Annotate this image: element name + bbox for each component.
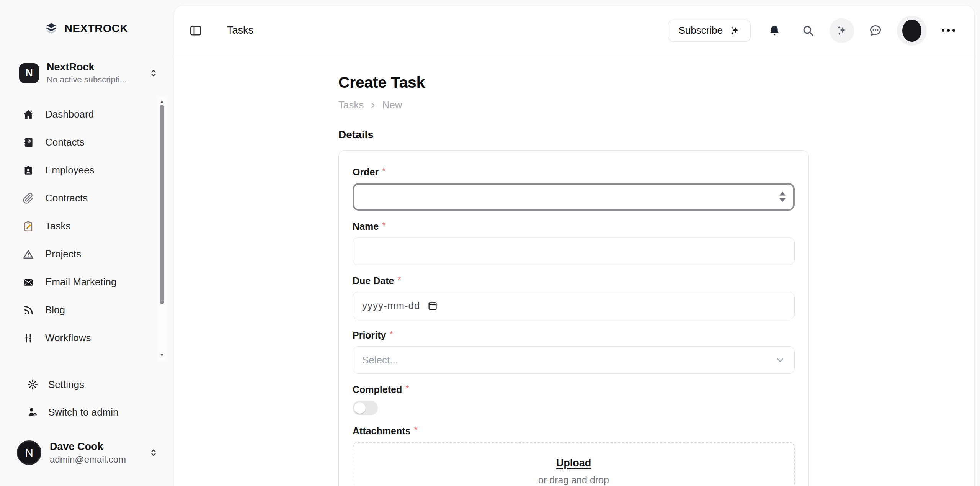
name-input[interactable]	[353, 237, 795, 265]
user-email: admin@email.com	[50, 454, 140, 465]
breadcrumb-new: New	[382, 99, 402, 111]
sidebar-item-email-marketing[interactable]: Email Marketing	[0, 268, 158, 296]
workspace-switcher[interactable]: N NextRock No active subscripti...	[19, 61, 158, 85]
workspace-avatar: N	[19, 63, 39, 83]
ai-sparkles-icon[interactable]	[830, 18, 854, 43]
required-asterisk: *	[397, 275, 401, 285]
user-gear-icon	[27, 406, 38, 418]
number-spinner[interactable]	[779, 192, 786, 202]
main-panel: Tasks Subscribe	[174, 5, 975, 486]
sidebar-item-employees[interactable]: Employees	[0, 156, 158, 184]
brand-name: NEXTROCK	[64, 22, 128, 35]
sidebar-item-label: Contacts	[45, 136, 85, 148]
chat-icon[interactable]	[863, 18, 888, 43]
sidebar-item-dashboard[interactable]: Dashboard	[0, 100, 158, 128]
sidebar-item-contacts[interactable]: Contacts	[0, 128, 158, 156]
sidebar-item-blog[interactable]: Blog	[0, 296, 158, 324]
sidebar: NEXTROCK N NextRock No active subscripti…	[0, 0, 174, 486]
upload-hint: or drag and drop	[538, 475, 609, 486]
required-asterisk: *	[382, 220, 385, 231]
required-asterisk: *	[390, 329, 393, 340]
sidebar-item-workflows[interactable]: Workflows	[0, 324, 158, 352]
required-asterisk: *	[414, 425, 417, 435]
details-form-card: Order * Name *	[338, 150, 809, 486]
sidebar-toggle-icon[interactable]	[188, 23, 203, 38]
sidebar-item-label: Employees	[45, 164, 95, 176]
sidebar-item-label: Contracts	[45, 192, 88, 204]
sidebar-item-label: Projects	[45, 248, 81, 260]
sidebar-item-switch-to-admin[interactable]: Switch to admin	[0, 398, 174, 426]
sidebar-item-label: Blog	[45, 304, 65, 316]
topbar: Tasks Subscribe	[174, 5, 974, 56]
breadcrumb-tasks[interactable]: Tasks	[338, 99, 364, 111]
name-label: Name	[353, 221, 379, 232]
rss-icon	[22, 304, 34, 316]
sidebar-item-label: Email Marketing	[45, 276, 116, 288]
sidebar-item-label: Dashboard	[45, 108, 94, 120]
completed-label: Completed	[353, 384, 402, 395]
sidebar-item-label: Settings	[48, 379, 84, 391]
toggle-knob	[354, 402, 366, 414]
subscribe-label: Subscribe	[678, 25, 723, 36]
chevron-updown-icon	[149, 68, 158, 78]
field-attachments: Attachments * Upload or drag and drop	[353, 425, 795, 486]
priority-label: Priority	[353, 330, 386, 341]
id-badge-icon	[22, 164, 34, 177]
envelope-icon	[22, 276, 34, 288]
avatar-silhouette	[902, 20, 921, 42]
header-avatar[interactable]	[897, 16, 927, 46]
select-placeholder: Select...	[362, 354, 398, 366]
workspace-subscription-status: No active subscripti...	[47, 75, 141, 85]
order-input[interactable]	[353, 183, 795, 211]
sidebar-item-tasks[interactable]: Tasks	[0, 212, 158, 240]
paperclip-icon	[22, 192, 34, 205]
scrollbar-thumb[interactable]	[160, 105, 164, 304]
brand-logo: NEXTROCK	[44, 21, 128, 35]
priority-select[interactable]: Select...	[353, 346, 795, 374]
search-icon[interactable]	[796, 18, 820, 43]
sparkles-icon	[729, 25, 740, 36]
user-menu[interactable]: N Dave Cook admin@email.com	[17, 440, 158, 465]
notifications-bell-icon[interactable]	[762, 18, 787, 43]
due-date-label: Due Date	[353, 275, 394, 286]
due-date-input[interactable]: yyyy-mm-dd	[353, 292, 795, 319]
sidebar-item-label: Workflows	[45, 332, 91, 344]
sliders-icon	[22, 332, 34, 344]
sidebar-item-contracts[interactable]: Contracts	[0, 184, 158, 212]
memo-icon	[22, 220, 34, 232]
workspace-name: NextRock	[47, 61, 141, 73]
attachments-dropzone[interactable]: Upload or drag and drop	[353, 442, 795, 486]
chevron-down-icon	[775, 355, 785, 365]
sidebar-item-projects[interactable]: Projects	[0, 240, 158, 268]
scrollbar-down-arrow[interactable]: ▼	[158, 352, 166, 358]
calendar-icon[interactable]	[427, 300, 438, 311]
spinner-down-icon[interactable]	[779, 198, 786, 202]
triangle-alert-icon	[22, 248, 34, 260]
breadcrumb: Tasks New	[338, 99, 974, 111]
field-due-date: Due Date * yyyy-mm-dd	[353, 275, 795, 319]
order-label: Order	[353, 167, 379, 178]
field-completed: Completed *	[353, 384, 795, 415]
completed-toggle[interactable]	[353, 401, 378, 415]
content-area: Create Task Tasks New Details Order *	[174, 56, 974, 486]
required-asterisk: *	[405, 383, 409, 394]
date-placeholder: yyyy-mm-dd	[362, 300, 420, 312]
sidebar-footer: Settings Switch to admin	[0, 371, 174, 426]
topbar-title: Tasks	[227, 25, 253, 36]
spinner-up-icon[interactable]	[779, 192, 786, 196]
layers-logo-icon	[44, 21, 58, 35]
user-avatar: N	[17, 440, 41, 465]
more-options-icon[interactable]	[936, 18, 960, 43]
user-name: Dave Cook	[50, 441, 140, 453]
field-priority: Priority * Select...	[353, 330, 795, 374]
sidebar-item-settings[interactable]: Settings	[0, 371, 174, 398]
field-name: Name *	[353, 221, 795, 265]
chevron-right-icon	[369, 101, 377, 109]
upload-link[interactable]: Upload	[556, 457, 591, 469]
sidebar-item-label: Switch to admin	[48, 406, 119, 418]
subscribe-button[interactable]: Subscribe	[668, 20, 751, 42]
home-icon	[22, 108, 34, 121]
required-asterisk: *	[382, 166, 385, 177]
scrollbar-up-arrow[interactable]: ▲	[158, 98, 166, 104]
sidebar-scrollbar[interactable]: ▲ ▼	[158, 97, 166, 361]
